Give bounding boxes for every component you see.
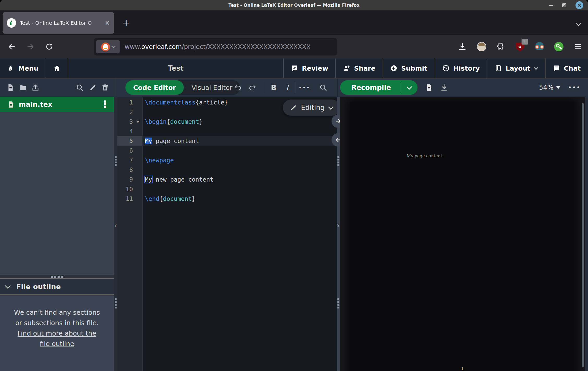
layout-icon xyxy=(495,65,502,72)
redo-button[interactable] xyxy=(248,83,257,92)
menu-hamburger-button[interactable] xyxy=(573,42,583,51)
gutter-line-number[interactable]: 11 xyxy=(117,194,142,203)
gutter-line-number[interactable]: 7 xyxy=(117,155,142,165)
submit-button[interactable]: Submit xyxy=(383,59,434,78)
editor-line[interactable]: \newpage xyxy=(143,155,337,165)
editor-line[interactable] xyxy=(143,146,337,155)
pdf-page-number: 1 xyxy=(351,367,574,371)
outline-help-link[interactable]: Find out more about the xyxy=(0,328,114,339)
upload-button[interactable] xyxy=(31,83,40,92)
ublock-origin-button[interactable]: u 1 xyxy=(516,42,525,51)
visual-editor-tab[interactable]: Visual Editor xyxy=(184,84,240,91)
browser-tab[interactable]: Test - Online LaTeX Editor O × xyxy=(3,12,114,34)
search-engine-chip[interactable] xyxy=(96,40,120,53)
file-outline-title: File outline xyxy=(16,283,61,291)
review-button[interactable]: Review xyxy=(284,59,335,78)
editor-code[interactable]: \documentclass{article}\begin{document}M… xyxy=(143,97,337,371)
folder-icon xyxy=(19,84,27,91)
pdf-zoom-dropdown[interactable]: 54% xyxy=(539,84,560,91)
editor-line[interactable]: \begin{document} xyxy=(143,117,337,126)
search-in-editor-button[interactable] xyxy=(318,83,328,92)
code-editor-tab[interactable]: Code Editor xyxy=(125,80,184,95)
ublock-badge: 1 xyxy=(522,39,528,45)
editor-mode-toggle: Code Editor Visual Editor xyxy=(125,80,240,95)
pdf-scrollbar[interactable] xyxy=(582,103,584,367)
gutter-line-number[interactable]: 10 xyxy=(117,184,142,194)
code-token: } xyxy=(199,118,203,125)
rename-button[interactable] xyxy=(88,83,97,92)
close-button[interactable] xyxy=(575,1,583,9)
undo-button[interactable] xyxy=(233,83,243,92)
url-text[interactable]: www.overleaf.com/project/XXXXXXXXXXXXXXX… xyxy=(125,43,311,51)
reload-button[interactable] xyxy=(43,41,55,53)
more-tools-button[interactable]: ••• xyxy=(300,83,309,92)
compile-logs-button[interactable] xyxy=(424,83,434,92)
list-tabs-chevron-icon[interactable] xyxy=(575,20,582,26)
pdf-more-button[interactable]: ••• xyxy=(568,84,581,91)
file-menu-kebab-icon[interactable]: ••• xyxy=(103,101,107,108)
editing-mode-dropdown[interactable]: Editing xyxy=(283,100,340,116)
collapse-left-chevron-icon[interactable]: ‹ xyxy=(114,222,117,229)
history-button[interactable]: History xyxy=(435,59,487,78)
url-bar[interactable]: www.overleaf.com/project/XXXXXXXXXXXXXXX… xyxy=(94,38,337,55)
pdf-panel-resizer[interactable]: › xyxy=(337,97,340,371)
bold-button[interactable]: B xyxy=(269,83,278,92)
new-folder-button[interactable] xyxy=(18,83,28,92)
new-tab-button[interactable]: + xyxy=(122,18,130,28)
sidebar-resizer[interactable]: ‹ xyxy=(114,97,117,371)
layout-button[interactable]: Layout xyxy=(487,59,545,78)
gutter-line-number[interactable]: 4 xyxy=(117,126,142,136)
gutter-line-number[interactable]: 3 xyxy=(117,117,142,126)
code-editor[interactable]: 1234567891011 \documentclass{article}\be… xyxy=(117,97,337,371)
privacy-extension-button[interactable] xyxy=(535,42,544,51)
gutter-line-number[interactable]: 9 xyxy=(117,175,142,184)
editor-line[interactable] xyxy=(143,184,337,194)
project-title[interactable]: Test xyxy=(168,64,183,72)
menu-button[interactable]: Menu xyxy=(0,59,46,78)
editing-mode-label: Editing xyxy=(301,104,325,112)
forward-button[interactable] xyxy=(24,41,36,53)
file-tree-panel: main.tex ••• xyxy=(0,97,114,275)
outline-resize-handle[interactable] xyxy=(0,275,114,278)
hooded-face-icon xyxy=(535,42,544,51)
gutter-line-number[interactable]: 5 xyxy=(117,136,142,146)
overleaf-logo-icon xyxy=(7,65,15,72)
chat-label: Chat xyxy=(564,65,581,72)
file-tree-item-main-tex[interactable]: main.tex ••• xyxy=(0,97,114,112)
password-manager-button[interactable] xyxy=(554,42,564,51)
delete-button[interactable] xyxy=(101,83,110,92)
maximize-button-icon[interactable] xyxy=(562,3,566,7)
collapse-right-chevron-icon[interactable]: › xyxy=(337,222,340,229)
tab-close-icon[interactable]: × xyxy=(105,20,110,26)
file-outline-header[interactable]: File outline xyxy=(0,278,114,295)
new-file-button[interactable] xyxy=(6,83,15,92)
gutter-line-number[interactable]: 6 xyxy=(117,146,142,155)
gutter-line-number[interactable]: 2 xyxy=(117,107,142,117)
back-button[interactable] xyxy=(6,41,18,53)
fold-arrow-icon[interactable] xyxy=(136,121,140,123)
account-avatar[interactable] xyxy=(477,42,486,51)
minimize-button-icon[interactable] xyxy=(549,5,553,6)
home-button[interactable] xyxy=(46,59,68,78)
recompile-options-button[interactable] xyxy=(401,86,418,89)
toolbar-divider xyxy=(296,83,296,92)
recompile-button[interactable]: Recompile xyxy=(340,80,418,95)
editor-line[interactable] xyxy=(143,165,337,175)
editor-line[interactable]: My new page content xyxy=(143,175,337,184)
editor-line[interactable]: \end{document} xyxy=(143,194,337,203)
editor-line[interactable] xyxy=(143,126,337,136)
gutter-line-number[interactable]: 8 xyxy=(117,165,142,175)
redo-icon xyxy=(248,84,256,91)
gutter-line-number[interactable]: 1 xyxy=(117,97,142,107)
outline-help-link[interactable]: file outline xyxy=(0,339,114,349)
find-file-button[interactable] xyxy=(75,83,84,92)
download-pdf-button[interactable] xyxy=(439,83,449,92)
italic-button[interactable]: I xyxy=(283,83,292,92)
editor-line[interactable]: My page content xyxy=(143,136,337,146)
chevron-down-icon xyxy=(328,104,333,110)
extensions-button[interactable] xyxy=(496,42,506,51)
chat-button[interactable]: Chat xyxy=(546,59,588,78)
pdf-preview-panel[interactable]: My page content 1 xyxy=(340,97,588,371)
downloads-button[interactable] xyxy=(458,42,467,51)
share-button[interactable]: Share xyxy=(336,59,383,78)
